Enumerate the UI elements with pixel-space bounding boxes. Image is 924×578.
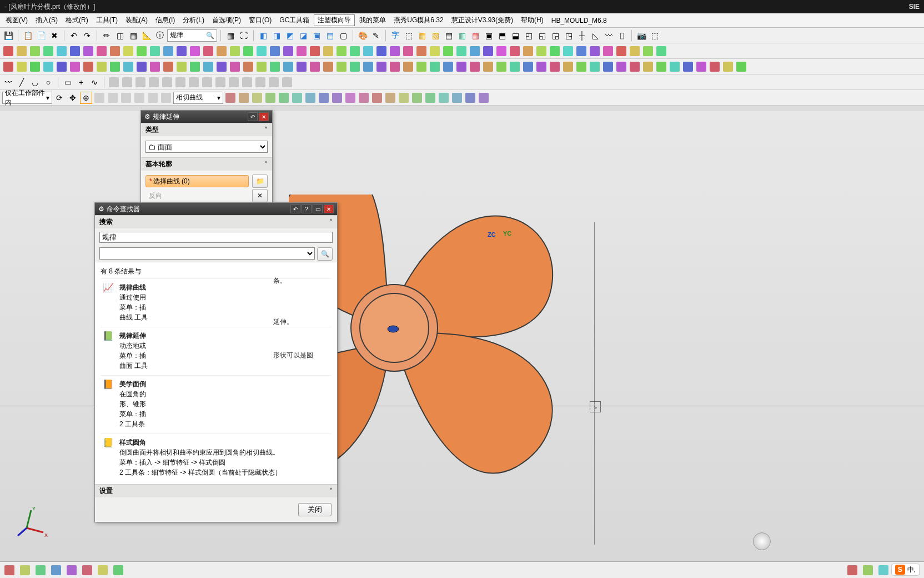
tb3-icon-35[interactable]	[469, 61, 481, 73]
dialog-title-bar[interactable]: ⚙ 规律延伸 ↶ ✕	[141, 111, 272, 123]
close-icon[interactable]: ✕	[259, 112, 269, 121]
tb3-icon-19[interactable]	[255, 61, 268, 73]
status-right-icon-0[interactable]	[846, 564, 858, 576]
tb3-icon-39[interactable]	[522, 61, 534, 73]
tb3-icon-8[interactable]	[109, 61, 121, 73]
tb2-icon-37[interactable]	[495, 45, 508, 57]
tb4-icon-1[interactable]	[121, 76, 133, 88]
tb3-icon-25[interactable]	[335, 61, 348, 73]
tb5b-icon-11[interactable]	[371, 92, 383, 104]
tb3-icon-47[interactable]	[629, 61, 641, 73]
a4-icon[interactable]: ▥	[456, 29, 468, 42]
tb2-icon-0[interactable]	[2, 45, 14, 57]
tb5a-icon-5[interactable]	[160, 92, 172, 104]
tb5b-icon-3[interactable]	[264, 92, 277, 104]
tb3-icon-26[interactable]	[349, 61, 361, 73]
tb5b-icon-16[interactable]	[438, 92, 450, 104]
tb3-icon-14[interactable]	[189, 61, 201, 73]
tb5b-icon-2[interactable]	[251, 92, 263, 104]
finder-history-select[interactable]	[99, 247, 315, 260]
tb5b-icon-0[interactable]	[224, 92, 237, 104]
edit-icon[interactable]: ✎	[370, 29, 382, 42]
tb4-icon-5[interactable]	[174, 76, 187, 88]
select-curve-field[interactable]: *选择曲线 (0)	[145, 175, 249, 187]
menu-insert[interactable]: 插入(S)	[32, 14, 61, 26]
tb2-icon-29[interactable]	[389, 45, 401, 57]
status-icon-4[interactable]	[66, 564, 78, 576]
block-icon[interactable]: ▦	[127, 29, 139, 42]
tb5b-icon-15[interactable]	[424, 92, 436, 104]
a9-icon[interactable]: ◰	[523, 29, 535, 42]
tb2-icon-20[interactable]	[269, 45, 281, 57]
tb2-icon-48[interactable]	[642, 45, 654, 57]
tb3-icon-41[interactable]	[549, 61, 561, 73]
tb3-icon-13[interactable]	[175, 61, 188, 73]
curve-icon[interactable]: ∿	[88, 76, 101, 88]
help-icon[interactable]: ?	[302, 205, 312, 213]
tb4-icon-12[interactable]	[268, 76, 280, 88]
tb2-icon-34[interactable]	[455, 45, 468, 57]
circle-icon[interactable]: ○	[42, 76, 54, 88]
tb4-icon-9[interactable]	[228, 76, 240, 88]
tb2-icon-18[interactable]	[242, 45, 254, 57]
line-icon[interactable]: ╱	[16, 76, 28, 88]
tb3-icon-27[interactable]	[362, 61, 374, 73]
tb2-icon-36[interactable]	[482, 45, 494, 57]
tb5b-icon-10[interactable]	[358, 92, 370, 104]
a6-icon[interactable]: ▣	[483, 29, 495, 42]
copy-icon[interactable]: 📋	[22, 29, 34, 42]
tb2-icon-23[interactable]	[309, 45, 321, 57]
tb3-icon-55[interactable]	[735, 61, 747, 73]
result-item[interactable]: 📈 规律曲线 通过使用 菜单：插 曲线 工具	[101, 278, 332, 327]
cube-icon[interactable]: ◧	[257, 29, 269, 42]
tb4-icon-11[interactable]	[254, 76, 267, 88]
tb5b-icon-12[interactable]	[384, 92, 396, 104]
datum-icon[interactable]: ◫	[114, 29, 126, 42]
tb2-icon-3[interactable]	[42, 45, 54, 57]
color-icon[interactable]: 🎨	[356, 29, 369, 42]
tb2-icon-25[interactable]	[335, 45, 348, 57]
tb2-icon-44[interactable]	[589, 45, 601, 57]
menu-mine[interactable]: 我的菜单	[356, 14, 389, 26]
menu-analyze[interactable]: 分析(L)	[179, 14, 208, 26]
cube5-icon[interactable]: ▣	[310, 29, 323, 42]
tb3-icon-3[interactable]	[42, 61, 54, 73]
spline-icon[interactable]: 〰	[2, 76, 14, 88]
tb3-icon-37[interactable]	[495, 61, 508, 73]
status-right-icon-2[interactable]	[877, 564, 890, 576]
tb2-icon-7[interactable]	[96, 45, 108, 57]
tb3-icon-52[interactable]	[695, 61, 707, 73]
tb3-icon-20[interactable]	[269, 61, 281, 73]
tb3-icon-46[interactable]	[615, 61, 627, 73]
filter1-icon[interactable]: ⟳	[53, 92, 66, 104]
tb3-icon-29[interactable]	[389, 61, 401, 73]
curve-picker-icon[interactable]: 📁	[252, 175, 268, 188]
select-icon[interactable]: ⬚	[403, 29, 415, 42]
tb3-icon-51[interactable]	[682, 61, 694, 73]
tb3-icon-1[interactable]	[16, 61, 28, 73]
menu-window[interactable]: 窗口(O)	[245, 14, 275, 26]
delete-icon[interactable]: ✖	[48, 29, 61, 42]
a10-icon[interactable]: ◱	[536, 29, 548, 42]
tb3-icon-49[interactable]	[655, 61, 667, 73]
cube4-icon[interactable]: ◪	[297, 29, 309, 42]
tb2-icon-28[interactable]	[375, 45, 388, 57]
cam-icon[interactable]: 📷	[635, 29, 647, 42]
type-select[interactable]: 🗀 面面	[145, 141, 268, 153]
tb3-icon-17[interactable]	[229, 61, 241, 73]
finder-search-input[interactable]	[99, 232, 333, 243]
tb5b-icon-17[interactable]	[451, 92, 463, 104]
tb2-icon-27[interactable]	[362, 45, 374, 57]
tb2-icon-11[interactable]	[149, 45, 161, 57]
tb5b-icon-7[interactable]	[318, 92, 330, 104]
rollback-icon[interactable]: ↶	[248, 112, 258, 121]
tb3-icon-9[interactable]	[122, 61, 134, 73]
tb4-icon-13[interactable]	[281, 76, 293, 88]
tb2-icon-12[interactable]	[162, 45, 174, 57]
status-icon-2[interactable]	[34, 564, 47, 576]
rollback-icon[interactable]: ↶	[290, 205, 300, 213]
tb5b-icon-4[interactable]	[278, 92, 290, 104]
status-right-icon-1[interactable]	[862, 564, 874, 576]
tb5a-icon-2[interactable]	[120, 92, 132, 104]
tb3-icon-0[interactable]	[2, 61, 14, 73]
